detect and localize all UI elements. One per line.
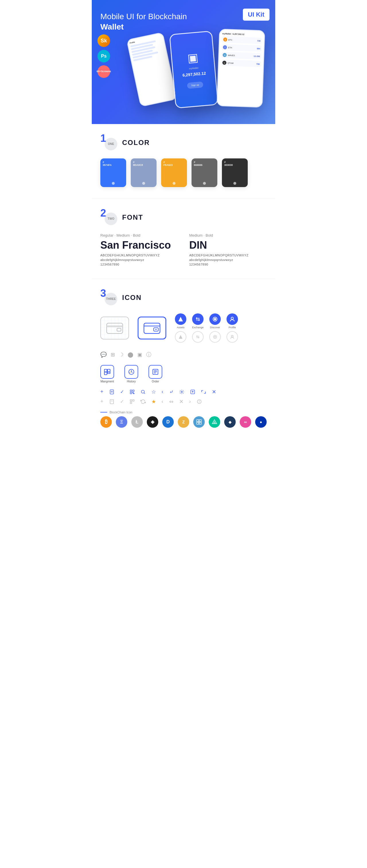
wallet-icons-row: Assets Exchange Discover: [101, 313, 266, 358]
swatch-dark: #303030: [222, 158, 248, 187]
misc-icons-col: 💬 ⊞ ☽ ⬤ ▣ ⓘ: [101, 351, 151, 358]
section-number-1: 1 ONE: [101, 135, 117, 150]
swatch-blue: #3574FA: [101, 158, 126, 187]
number-circle-three: THREE: [105, 293, 117, 305]
tron-icon: [209, 416, 220, 428]
hero-section: Mobile UI for Blockchain Wallet UI Kit S…: [92, 0, 275, 124]
font-section: 2 TWO FONT Regular · Medium · Bold San F…: [92, 199, 275, 279]
search-icon: [140, 389, 146, 395]
svg-line-33: [144, 393, 145, 394]
arrows-gray-icon: ⇔: [169, 399, 173, 405]
neo-icon: ◆: [224, 416, 236, 428]
management-icon: [101, 365, 114, 379]
phone-center: ▣ myWallet 6,297,502.12 Sign up: [169, 31, 219, 108]
din-numbers: 1234567890: [189, 263, 266, 266]
svg-rect-45: [197, 420, 199, 422]
exchange-ghost-icon: [192, 331, 204, 343]
svg-rect-41: [130, 402, 132, 403]
litecoin-icon: Ł: [131, 416, 143, 428]
upload-icon: [190, 389, 195, 395]
color-section-header: 1 ONE COLOR: [101, 135, 266, 150]
management-icon-item: Mangment: [101, 365, 114, 383]
ethereum-icon: Ξ: [116, 416, 127, 428]
font-section-header: 2 TWO FONT: [101, 210, 266, 225]
plus-icon: +: [101, 389, 104, 395]
grid-icon: [193, 416, 205, 428]
din-lowercase: abcdefghijklmnopqrstuvwxyz: [189, 258, 266, 261]
management-label: Mangment: [101, 380, 114, 383]
exchange-icon: [192, 313, 204, 325]
crypto-icons-row: ₿ Ξ Ł ◈ D Z ◆ ∞ ●: [101, 416, 266, 428]
zcash-icon: Z: [178, 416, 189, 428]
exchange-icon-item: Exchange: [192, 313, 204, 329]
blockchain-icon-label: BlockChain Icon: [101, 410, 266, 414]
svg-point-32: [141, 390, 144, 393]
check-icon: ✓: [120, 389, 124, 395]
section-number-3: 3 THREE: [101, 290, 117, 305]
wallet-icon-outline-box: [101, 316, 129, 339]
profile-ghost-icon: [227, 331, 238, 343]
arrows-icon: [201, 389, 206, 395]
profile-icon: [227, 313, 238, 325]
layers-icon: ⊞: [111, 351, 115, 358]
svg-rect-30: [133, 392, 133, 393]
svg-rect-37: [110, 399, 114, 404]
history-icon-item: History: [124, 365, 138, 383]
svg-rect-17: [104, 372, 107, 375]
share-icon: ⤶: [169, 389, 173, 395]
icon-section: 3 THREE ICON: [92, 279, 275, 439]
discover-icon-item: Discover: [209, 313, 221, 329]
back-gray-icon: ‹: [162, 399, 163, 404]
sf-uppercase: ABCDEFGHIJKLMNOPQRSTUVWXYZ: [101, 253, 178, 257]
discover-icon: [209, 313, 221, 325]
nav-icons-top: Assets Exchange Discover: [175, 313, 238, 329]
svg-rect-46: [199, 420, 201, 422]
svg-rect-27: [130, 390, 132, 391]
wallet-filled-svg: [143, 321, 161, 335]
circle-icon: ⬤: [128, 351, 133, 358]
svg-rect-47: [197, 422, 199, 424]
number-circle-one: ONE: [105, 138, 117, 150]
number-circle-two: TWO: [105, 213, 117, 225]
font-sf: Regular · Medium · Bold San Francisco AB…: [101, 233, 178, 267]
svg-marker-7: [178, 317, 183, 321]
color-label: COLOR: [122, 138, 150, 147]
order-icon: [148, 365, 162, 379]
stratis-icon: ●: [255, 416, 266, 428]
profile-icon-item: Profile: [227, 313, 238, 329]
qr-icon: [130, 389, 135, 395]
bitcoin-icon: ₿: [101, 416, 112, 428]
svg-rect-31: [133, 393, 134, 394]
dash-icon: D: [162, 416, 174, 428]
history-icon: [124, 365, 138, 379]
history-label: History: [127, 380, 136, 383]
swatch-gray: #666666: [192, 158, 217, 187]
color-swatches: #3574FA #8DA0C8 #F5A623 #666666 #303: [101, 158, 266, 187]
moon-icon: ☽: [119, 351, 123, 358]
assets-icon: [175, 313, 186, 325]
icon-section-header: 3 THREE ICON: [101, 290, 266, 305]
svg-point-6: [156, 329, 157, 330]
svg-rect-29: [130, 392, 132, 394]
swatch-light-blue: #8DA0C8: [131, 158, 157, 187]
ps-badge: Ps: [97, 50, 110, 62]
check-gray-icon: ✓: [120, 399, 124, 404]
svg-rect-15: [104, 369, 107, 372]
svg-rect-16: [108, 369, 110, 372]
chat-icon: 💬: [101, 351, 107, 358]
sf-lowercase: abcdefghijklmnopqrstuvwxyz: [101, 258, 178, 261]
sf-meta: Regular · Medium · Bold: [101, 233, 178, 238]
hero-badges: Sk Ps 60+Screens: [97, 34, 110, 78]
icon-label: ICON: [122, 293, 142, 302]
nav-icons-ghost: [175, 331, 238, 343]
svg-marker-11: [179, 335, 182, 339]
swatch-orange: #F5A623: [161, 158, 187, 187]
assets-ghost-icon: [175, 331, 186, 343]
utility-icons-gray: + ✓ ★ ‹ ⇔ ✕ ›: [101, 399, 266, 405]
misc-icons-row1: 💬 ⊞ ☽ ⬤ ▣ ⓘ: [101, 351, 151, 358]
font-columns: Regular · Medium · Bold San Francisco AB…: [101, 233, 266, 267]
svg-rect-3: [144, 323, 160, 334]
svg-point-34: [181, 391, 182, 393]
assets-icon-item: Assets: [175, 313, 186, 329]
svg-rect-28: [133, 390, 134, 391]
